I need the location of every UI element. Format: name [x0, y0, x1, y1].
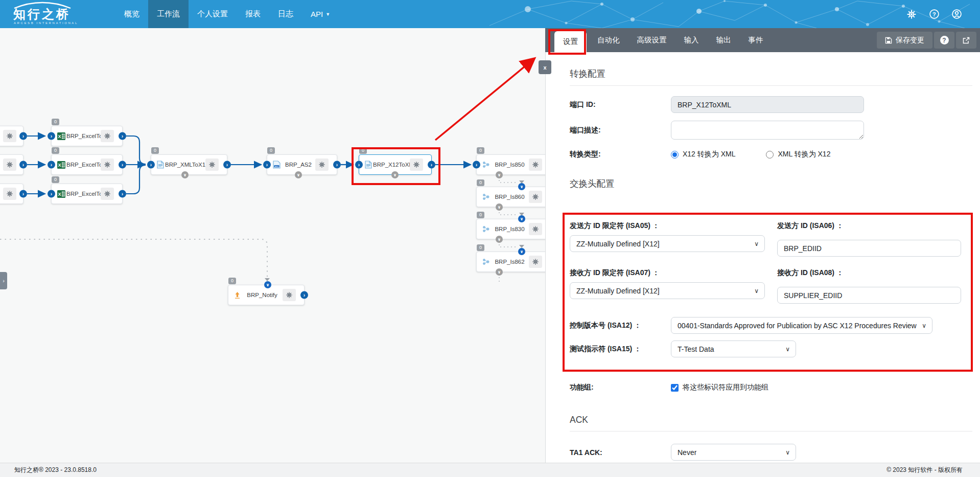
node-input-connector[interactable]: › [147, 161, 155, 169]
func-group-checkbox[interactable] [671, 384, 679, 392]
workflow-node-BRP_XMLToX12[interactable]: 0›BRP_XMLToX12› [151, 154, 227, 175]
gear-icon [532, 194, 539, 200]
chevron-down-icon[interactable]: ∨ [496, 203, 503, 211]
node-output-connector[interactable]: › [119, 161, 126, 169]
radio-xml-to-x12-label[interactable]: XML 转换为 X12 [778, 150, 830, 159]
node-settings-gear-button[interactable] [410, 158, 423, 171]
canvas-side-expander[interactable]: › [0, 272, 7, 289]
radio-x12-to-xml[interactable] [671, 151, 679, 158]
tab-settings[interactable]: 设置 [554, 31, 587, 52]
nav-item-workflow[interactable]: 工作流 [148, 0, 189, 28]
queue-count-badge: 0 [52, 119, 59, 125]
workflow-node-BRP_ExcelTo855[interactable]: 0›XBRP_ExcelTo855› [51, 154, 123, 175]
workflow-node-BRP_AS2[interactable]: 0›AS2BRP_AS2› [267, 154, 337, 175]
user-icon[interactable] [951, 9, 962, 19]
node-output-connector[interactable]: › [19, 190, 27, 198]
node-settings-gear-button[interactable] [205, 158, 219, 171]
save-changes-button[interactable]: 保存变更 [877, 32, 932, 49]
workflow-node-stub[interactable]: › [0, 154, 24, 175]
isa07-select[interactable]: ZZ-Mutually Defined [X12]∨ [570, 282, 765, 299]
tab-output[interactable]: 输出 [708, 28, 740, 52]
node-input-connector[interactable]: › [263, 161, 271, 169]
isa06-input[interactable] [777, 240, 961, 257]
nav-item-logs[interactable]: 日志 [269, 0, 302, 28]
settings-panel: x 设置 自动化 高级设置 输入 输出 事件 保存变更 ? 转换配置 [545, 28, 980, 463]
node-settings-gear-button[interactable] [101, 130, 114, 142]
chevron-down-icon: ▼ [325, 12, 330, 17]
isa08-input[interactable] [777, 287, 961, 304]
workflow-node-BRP_Is830[interactable]: 0BRP_Is830 [476, 219, 551, 239]
node-input-connector[interactable]: › [48, 190, 55, 198]
close-icon[interactable]: x [539, 60, 551, 74]
node-output-connector[interactable]: › [300, 291, 308, 299]
node-settings-gear-button[interactable] [101, 188, 114, 200]
node-settings-gear-button[interactable] [3, 130, 16, 142]
external-link-button[interactable] [956, 32, 976, 49]
node-input-connector[interactable]: › [48, 161, 55, 169]
node-input-connector[interactable]: › [473, 161, 480, 169]
workflow-node-BRP_ExcelTo865[interactable]: 0›XBRP_ExcelTo865› [51, 184, 123, 204]
svg-text:X: X [58, 192, 61, 197]
workflow-canvas[interactable]: › ›››0›XBRP_ExcelTo856›0›XBRP_ExcelTo855… [0, 28, 545, 463]
app-logo[interactable]: 知行之桥 ARCESB INTERNATIONAL [12, 0, 109, 28]
help-icon[interactable]: ? [929, 9, 939, 19]
chevron-down-icon[interactable]: ∨ [496, 268, 503, 276]
chevron-down-icon[interactable]: ∨ [518, 215, 525, 222]
node-input-connector[interactable]: › [48, 132, 55, 140]
queue-count-badge: 0 [52, 147, 59, 154]
workflow-node-BRP_Is862[interactable]: 0BRP_Is862 [476, 252, 551, 272]
tab-advanced-settings[interactable]: 高级设置 [628, 28, 675, 52]
node-settings-gear-button[interactable] [529, 223, 542, 235]
node-input-connector[interactable]: › [355, 161, 363, 169]
nav-item-reports[interactable]: 报表 [237, 0, 269, 28]
node-settings-gear-button[interactable] [529, 158, 542, 171]
node-output-connector[interactable]: › [119, 190, 126, 198]
nav-item-overview[interactable]: 概览 [115, 0, 148, 28]
isa15-select[interactable]: T-Test Data∨ [671, 340, 796, 357]
isa15-label: 测试指示符 (ISA15) ： [570, 345, 671, 354]
isa05-select[interactable]: ZZ-Mutually Defined [X12]∨ [570, 235, 765, 252]
workflow-node-stub[interactable]: › [0, 184, 24, 204]
nav-item-profile-settings[interactable]: 个人设置 [189, 0, 237, 28]
node-output-connector[interactable]: › [19, 161, 27, 169]
node-output-connector[interactable]: › [119, 132, 126, 140]
tab-input[interactable]: 输入 [675, 28, 708, 52]
chevron-down-icon[interactable]: ∨ [518, 183, 525, 190]
node-settings-gear-button[interactable] [529, 256, 542, 268]
chevron-down-icon[interactable]: ∨ [391, 171, 399, 178]
port-description-input[interactable] [671, 121, 864, 140]
node-output-connector[interactable]: › [223, 161, 231, 169]
nav-item-api[interactable]: API▼ [302, 0, 339, 28]
node-output-connector[interactable]: › [428, 161, 435, 169]
chevron-down-icon[interactable]: ∨ [518, 248, 525, 255]
help-button[interactable]: ? [934, 32, 954, 49]
node-settings-gear-button[interactable] [283, 289, 296, 301]
node-settings-gear-button[interactable] [3, 188, 16, 200]
workflow-node-BRP_ExcelTo856[interactable]: 0›XBRP_ExcelTo856› [51, 126, 123, 146]
tab-automation[interactable]: 自动化 [589, 28, 628, 52]
node-output-connector[interactable]: › [333, 161, 341, 169]
tab-events[interactable]: 事件 [740, 28, 772, 52]
chevron-down-icon[interactable]: ∨ [496, 236, 503, 243]
node-settings-gear-button[interactable] [529, 191, 542, 203]
node-settings-gear-button[interactable] [315, 158, 329, 171]
workflow-node-stub[interactable]: › [0, 126, 24, 146]
chevron-down-icon[interactable]: ∨ [295, 171, 302, 178]
workflow-node-BRP_Is850[interactable]: 0›BRP_Is850 [476, 154, 551, 175]
node-label: BRP_ExcelTo855 [66, 162, 101, 168]
ta1-ack-select[interactable]: Never∨ [671, 444, 796, 461]
workflow-node-BRP_Is860[interactable]: 0BRP_Is860 [476, 187, 551, 207]
node-output-connector[interactable]: › [19, 132, 27, 140]
chevron-down-icon[interactable]: ∨ [264, 281, 271, 288]
node-settings-gear-button[interactable] [3, 158, 16, 171]
queue-count-badge: 0 [477, 244, 484, 251]
chevron-down-icon[interactable]: ∨ [496, 171, 503, 178]
chevron-down-icon[interactable]: ∨ [181, 171, 189, 178]
radio-x12-to-xml-label[interactable]: X12 转换为 XML [683, 150, 735, 159]
func-group-checkbox-label[interactable]: 将这些标识符应用到功能组 [683, 383, 768, 392]
excel-icon: X [57, 161, 65, 169]
node-settings-gear-button[interactable] [101, 158, 114, 171]
gear-icon[interactable] [906, 9, 917, 19]
radio-xml-to-x12[interactable] [766, 151, 774, 158]
isa12-select[interactable]: 00401-Standards Approved for Publication… [671, 317, 932, 334]
